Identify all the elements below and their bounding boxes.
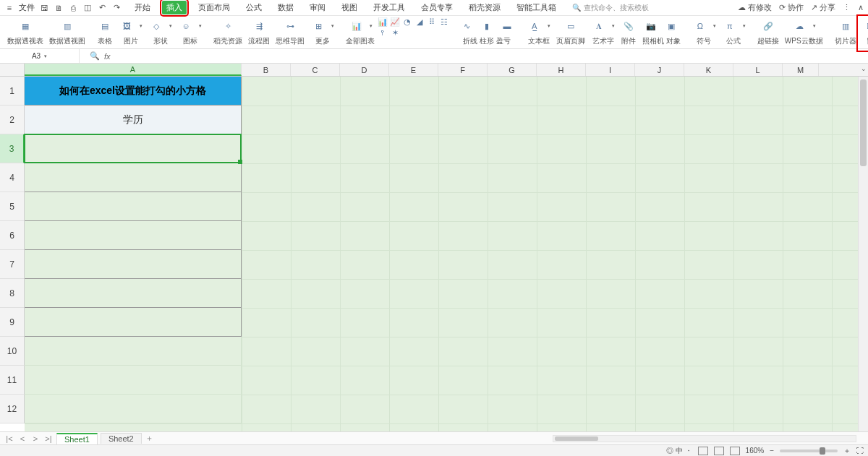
rg-textbox[interactable]: A̲▾文本框 (524, 17, 553, 49)
save-icon[interactable]: 🖫 (39, 3, 49, 13)
more-menu[interactable]: ⋮ (843, 3, 851, 12)
combo-chart-icon[interactable]: ⫯ (378, 28, 388, 37)
rg-attachment[interactable]: 📎附件 (618, 17, 639, 49)
pending-changes[interactable]: ☁有修改 (738, 2, 772, 13)
redo-icon[interactable]: ↷ (111, 3, 122, 13)
pie-chart-icon[interactable]: ◔ (402, 17, 412, 26)
cell-A8[interactable] (25, 279, 242, 308)
col-header-F[interactable]: F (438, 64, 488, 76)
row-header-12[interactable]: 12 (0, 395, 25, 423)
vertical-scrollbar[interactable] (858, 77, 868, 440)
save-as-icon[interactable]: 🗎 (54, 3, 64, 13)
cell-A9[interactable] (25, 308, 242, 337)
undo-icon[interactable]: ↶ (97, 3, 107, 13)
rg-slicer[interactable]: ▥切片器 (832, 17, 859, 49)
name-box[interactable]: A3▾ (0, 49, 80, 63)
cell-A3[interactable] (25, 134, 242, 163)
col-header-D[interactable]: D (340, 64, 389, 76)
tab-nav-last[interactable]: >| (43, 434, 54, 443)
stock-chart-icon[interactable]: ☷ (439, 17, 449, 26)
collapse-ribbon[interactable]: ∧ (858, 3, 864, 12)
fullscreen-icon[interactable]: ⛶ (856, 447, 864, 455)
row-header-3[interactable]: 3 (0, 134, 25, 163)
rg-flowchart[interactable]: ⇶流程图 (245, 17, 273, 49)
view-normal-icon[interactable] (698, 447, 708, 455)
col-header-B[interactable]: B (242, 64, 291, 76)
rg-sparklines[interactable]: ∿▮▬ 折线 柱形 盈亏 (456, 17, 518, 49)
rg-camera-object[interactable]: 📷▣照相机 对象 (639, 17, 684, 49)
row-header-11[interactable]: 11 (0, 366, 25, 395)
rg-shapes[interactable]: ◇▾形状 (145, 17, 175, 49)
zoom-thumb[interactable] (820, 447, 825, 455)
tab-page-layout[interactable]: 页面布局 (194, 1, 234, 14)
rg-header-footer[interactable]: ▭页眉页脚 (553, 17, 588, 49)
grid-options-icon[interactable]: ⌄ (861, 65, 867, 72)
col-header-G[interactable]: G (488, 64, 537, 76)
col-header-C[interactable]: C (291, 64, 340, 76)
fx-area[interactable]: 🔍 fx (80, 51, 111, 61)
rg-wps-cloud[interactable]: ☁▾WPS云数据 (782, 17, 826, 49)
col-header-H[interactable]: H (537, 64, 586, 76)
rg-picture[interactable]: 🖼▾图片 (116, 17, 145, 49)
cell-A6[interactable] (25, 221, 242, 250)
tab-formula[interactable]: 公式 (242, 1, 266, 14)
rg-icons[interactable]: ☺▾图标 (175, 17, 205, 49)
add-sheet-button[interactable]: ＋ (145, 433, 155, 444)
tab-view[interactable]: 视图 (337, 1, 362, 14)
radar-chart-icon[interactable]: ✶ (390, 28, 400, 37)
tab-member[interactable]: 会员专享 (417, 1, 457, 14)
cell-A7[interactable] (25, 250, 242, 279)
tab-nav-first[interactable]: |< (4, 434, 14, 443)
rg-chart-types[interactable]: 📊 📈 ◔ ◢ ⠿ ☷ ⫯ ✶ (378, 17, 450, 49)
cell-A10[interactable] (25, 337, 242, 366)
row-header-5[interactable]: 5 (0, 192, 25, 221)
rg-all-charts[interactable]: 📊▾全部图表 (343, 17, 378, 49)
tab-insert[interactable]: 插入 (162, 1, 187, 14)
col-header-I[interactable]: I (586, 64, 635, 76)
rg-form-controls[interactable]: ☑▾窗体 (859, 17, 868, 49)
vscroll-thumb[interactable] (860, 79, 867, 166)
sheet-tab-2[interactable]: Sheet2 (101, 433, 142, 444)
cell-A5[interactable] (25, 192, 242, 221)
command-search[interactable]: 🔍 查找命令、搜索模板 (572, 3, 649, 13)
tab-start[interactable]: 开始 (130, 1, 155, 14)
file-menu[interactable]: 文件 (19, 2, 35, 13)
tab-review[interactable]: 审阅 (305, 1, 330, 14)
rg-hyperlink[interactable]: 🔗超链接 (754, 17, 782, 49)
cell-A1[interactable]: 如何在excel设置能打勾的小方格 (25, 77, 242, 106)
coop-button[interactable]: ⟳协作 (779, 2, 804, 13)
view-pagebreak-icon[interactable] (730, 447, 740, 455)
rg-symbol[interactable]: Ω▾符号 (689, 17, 719, 49)
row-header-9[interactable]: 9 (0, 308, 25, 337)
rg-equation[interactable]: π▾公式 (719, 17, 749, 49)
area-chart-icon[interactable]: ◢ (414, 17, 425, 26)
horizontal-scrollbar[interactable] (553, 435, 856, 442)
tab-nav-next[interactable]: > (30, 434, 41, 443)
zoom-in-button[interactable]: ＋ (843, 446, 851, 456)
zoom-value[interactable]: 160% (746, 447, 765, 455)
cell-A2[interactable]: 学历 (25, 106, 242, 134)
tab-nav-prev[interactable]: < (17, 434, 27, 443)
rg-docer-res[interactable]: ✧稻壳资源 (210, 17, 245, 49)
cell-A11[interactable] (25, 366, 242, 395)
rg-mindmap[interactable]: ⊶思维导图 (273, 17, 307, 49)
col-header-J[interactable]: J (635, 64, 684, 76)
sheet-tab-1[interactable]: Sheet1 (56, 433, 98, 444)
hscroll-thumb[interactable] (555, 436, 598, 441)
view-page-icon[interactable] (714, 447, 724, 455)
col-header-L[interactable]: L (733, 64, 783, 76)
rg-pivot-table[interactable]: ▦数据透视表 (4, 17, 46, 49)
rg-pivot-chart[interactable]: ▥数据透视图 (46, 17, 88, 49)
object-icon[interactable]: ▣ (663, 18, 679, 34)
row-header-4[interactable]: 4 (0, 163, 25, 192)
ime-status[interactable]: ◎ 中 ・ (666, 446, 692, 456)
tab-docer[interactable]: 稻壳资源 (464, 1, 505, 14)
hamburger-icon[interactable]: ≡ (4, 3, 14, 13)
row-header-7[interactable]: 7 (0, 250, 25, 279)
col-header-E[interactable]: E (389, 64, 438, 76)
tab-smart-tools[interactable]: 智能工具箱 (512, 1, 561, 14)
row-header-8[interactable]: 8 (0, 279, 25, 308)
zoom-slider[interactable] (780, 449, 838, 452)
print-preview-icon[interactable]: ◫ (82, 3, 93, 13)
sparkline-column-icon[interactable]: ▮ (479, 18, 495, 34)
